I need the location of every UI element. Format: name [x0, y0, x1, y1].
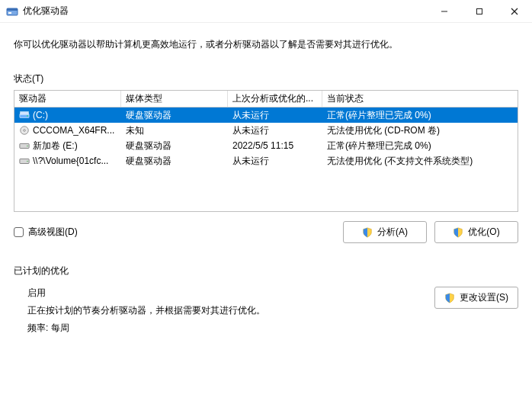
table-row[interactable]: (C:)硬盘驱动器从未运行正常(碎片整理已完成 0%) — [14, 107, 518, 123]
cd-drive-icon — [19, 125, 30, 136]
current-state: 正常(碎片整理已完成 0%) — [322, 107, 518, 124]
header-last[interactable]: 上次分析或优化的... — [228, 91, 322, 107]
titlebar: 优化驱动器 — [0, 0, 532, 23]
current-state: 无法使用优化 (CD-ROM 卷) — [322, 123, 518, 139]
minimize-button[interactable] — [427, 0, 462, 22]
media-type: 硬盘驱动器 — [121, 153, 228, 169]
scheduled-section-title: 已计划的优化 — [14, 265, 518, 277]
shield-icon — [362, 227, 373, 238]
scheduled-on-label: 启用 — [27, 287, 427, 300]
status-label: 状态(T) — [14, 72, 518, 85]
optimize-button[interactable]: 优化(O) — [434, 221, 518, 243]
media-type: 未知 — [121, 123, 228, 139]
media-type: 硬盘驱动器 — [121, 107, 228, 124]
drive-name: CCCOMA_X64FR... — [33, 125, 114, 136]
drive-table: 驱动器 媒体类型 上次分析或优化的... 当前状态 (C:)硬盘驱动器从未运行正… — [14, 90, 518, 212]
drive-name: 新加卷 (E:) — [33, 140, 78, 152]
maximize-button[interactable] — [462, 0, 497, 22]
drive-name: (C:) — [33, 110, 48, 120]
hdd-drive-icon — [19, 156, 30, 166]
description-text: 你可以优化驱动器以帮助计算机更高效地运行，或者分析驱动器以了解是否需要对其进行优… — [14, 38, 518, 51]
table-row[interactable]: CCCOMA_X64FR...未知从未运行无法使用优化 (CD-ROM 卷) — [14, 123, 518, 138]
media-type: 硬盘驱动器 — [121, 138, 228, 154]
svg-rect-4 — [477, 8, 482, 14]
advanced-view-checkbox[interactable]: 高级视图(D) — [14, 226, 78, 239]
window-title: 优化驱动器 — [23, 5, 69, 18]
advanced-view-label: 高级视图(D) — [28, 226, 78, 239]
close-button[interactable] — [497, 0, 532, 22]
os-drive-icon — [19, 110, 30, 120]
drive-name: \\?\Volume{01cfc... — [33, 156, 108, 166]
last-run: 从未运行 — [228, 153, 322, 169]
scheduled-frequency: 频率: 每周 — [27, 322, 427, 335]
change-settings-button[interactable]: 更改设置(S) — [434, 287, 518, 309]
shield-icon — [453, 227, 463, 238]
last-run: 2022/5/5 11:15 — [228, 139, 322, 152]
scheduled-description: 正在按计划的节奏分析驱动器，并根据需要对其进行优化。 — [27, 304, 427, 317]
header-state[interactable]: 当前状态 — [322, 91, 518, 107]
svg-rect-8 — [21, 112, 29, 115]
analyze-button[interactable]: 分析(A) — [343, 221, 427, 243]
svg-point-15 — [27, 161, 27, 162]
svg-point-11 — [24, 130, 26, 132]
app-icon — [6, 5, 18, 18]
svg-point-9 — [27, 115, 27, 116]
header-media[interactable]: 媒体类型 — [121, 91, 228, 107]
table-header: 驱动器 媒体类型 上次分析或优化的... 当前状态 — [14, 91, 518, 107]
header-drive[interactable]: 驱动器 — [14, 91, 121, 107]
svg-rect-1 — [7, 8, 18, 11]
current-state: 正常(碎片整理已完成 0%) — [322, 138, 518, 154]
shield-icon — [444, 293, 455, 303]
table-row[interactable]: 新加卷 (E:)硬盘驱动器2022/5/5 11:15正常(碎片整理已完成 0%… — [14, 138, 518, 153]
current-state: 无法使用优化 (不支持文件系统类型) — [322, 153, 518, 169]
last-run: 从未运行 — [228, 107, 322, 124]
svg-point-13 — [27, 146, 27, 146]
hdd-drive-icon — [19, 140, 30, 151]
table-row[interactable]: \\?\Volume{01cfc...硬盘驱动器从未运行无法使用优化 (不支持文… — [14, 153, 518, 168]
last-run: 从未运行 — [228, 123, 322, 139]
svg-rect-2 — [8, 12, 11, 14]
